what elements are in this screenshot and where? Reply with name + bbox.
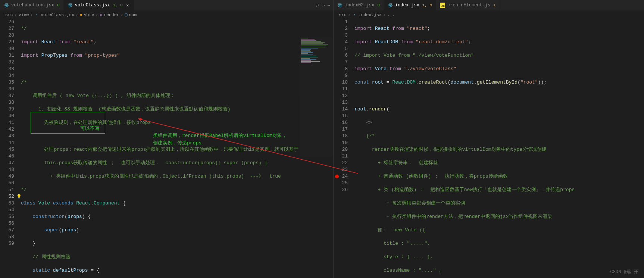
tab-index[interactable]: index.jsx 1, M xyxy=(384,0,436,10)
class-icon: ◆ xyxy=(80,12,82,17)
svg-point-4 xyxy=(70,5,71,6)
watermark: CSDN @远-开 xyxy=(610,269,638,275)
left-editor[interactable]: 26272829 30313233 34353637 38394041 4243… xyxy=(0,19,333,278)
tab-label: index.jsx xyxy=(395,3,419,8)
breadcrumb-item[interactable]: src xyxy=(339,12,347,17)
svg-point-14 xyxy=(390,5,391,6)
tab-index02[interactable]: index02.jsx U xyxy=(334,0,384,10)
react-icon xyxy=(4,3,9,8)
code-area[interactable]: import React from "react"; import ReactD… xyxy=(354,19,644,278)
breadcrumb-item[interactable]: index.jsx xyxy=(359,12,382,17)
svg-point-0 xyxy=(6,5,7,6)
tab-status: U xyxy=(377,3,380,7)
variable-icon: ▢ xyxy=(125,12,127,17)
react-icon xyxy=(337,3,343,8)
compare-icon[interactable]: ⇄ xyxy=(316,3,319,8)
left-editor-pane: voteFunction.jsx U voteClass.jsx 1, U ✕ … xyxy=(0,0,334,278)
close-icon[interactable]: ✕ xyxy=(125,3,130,8)
method-icon: ◇ xyxy=(100,12,102,17)
breadcrumb-item[interactable]: num xyxy=(129,12,137,17)
tab-votefunction[interactable]: voteFunction.jsx U xyxy=(0,0,64,10)
breadcrumb-item[interactable]: ... xyxy=(387,12,395,17)
right-breadcrumb[interactable]: src› index.jsx› ... xyxy=(334,10,644,19)
tab-label: index02.jsx xyxy=(345,3,374,8)
tab-label: voteFunction.jsx xyxy=(11,3,54,8)
right-tabs: index02.jsx U index.jsx 1, M JS createEl… xyxy=(334,0,644,10)
line-gutter: 1234 5678 9101112 13141516 17181920 2122… xyxy=(334,19,354,278)
js-icon: JS xyxy=(440,3,445,8)
react-icon xyxy=(34,12,39,17)
react-icon xyxy=(388,3,393,8)
left-tabs: voteFunction.jsx U voteClass.jsx 1, U ✕ … xyxy=(0,0,333,10)
minimap[interactable] xyxy=(300,37,333,157)
breakpoint-icon[interactable] xyxy=(335,175,339,178)
left-breadcrumb[interactable]: src› view› voteClass.jsx› ◆ Vote› ◇ rend… xyxy=(0,10,333,19)
tab-status: 1 xyxy=(493,3,496,7)
breadcrumb-item[interactable]: src xyxy=(5,12,13,17)
tab-voteclass[interactable]: voteClass.jsx 1, U ✕ xyxy=(64,0,134,10)
tab-status: U xyxy=(57,3,60,7)
tab-createelement[interactable]: JS createElement.js 1 xyxy=(436,0,500,10)
tab-status: 1, M xyxy=(422,3,432,7)
breadcrumb-item[interactable]: render xyxy=(104,12,119,17)
tab-status: 1, U xyxy=(113,3,122,7)
right-editor[interactable]: 1234 5678 9101112 13141516 17181920 2122… xyxy=(334,19,644,278)
more-icon[interactable]: ⋯ xyxy=(328,3,330,8)
react-icon xyxy=(352,12,357,17)
tabs-actions: ⇄ ▭ ⋯ xyxy=(313,0,333,10)
line-gutter: 26272829 30313233 34353637 38394041 4243… xyxy=(0,19,21,278)
svg-point-10 xyxy=(340,5,340,6)
svg-point-18 xyxy=(354,14,355,15)
split-icon[interactable]: ▭ xyxy=(322,3,325,8)
svg-point-8 xyxy=(37,14,37,15)
react-icon xyxy=(68,3,73,8)
tab-label: createElement.js xyxy=(447,3,490,8)
breadcrumb-item[interactable]: Vote xyxy=(84,12,94,17)
breadcrumb-item[interactable]: voteClass.jsx xyxy=(41,12,74,17)
breadcrumb-item[interactable]: view xyxy=(19,12,29,17)
tab-label: voteClass.jsx xyxy=(75,3,110,8)
code-area[interactable]: */ import React from "react"; import Pro… xyxy=(21,19,333,278)
right-editor-pane: index02.jsx U index.jsx 1, M JS createEl… xyxy=(334,0,644,278)
